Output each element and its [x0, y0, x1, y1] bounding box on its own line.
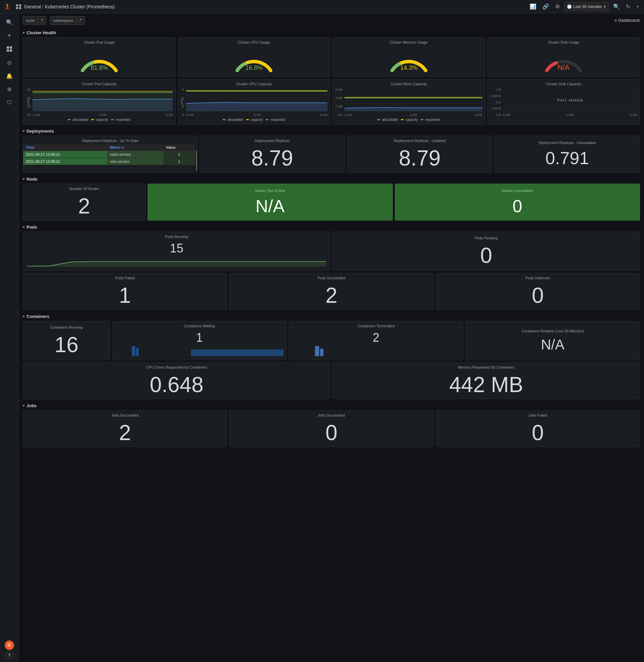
- filter-node[interactable]: node | .*: [23, 16, 46, 25]
- sidebar-item-alerts[interactable]: 🔔: [3, 70, 16, 82]
- deployment-replicas-unavailable-value: 0.791: [545, 146, 589, 170]
- app-logo[interactable]: [3, 2, 12, 12]
- panel-nodes-out-of-disk: Nodes Out of Disk N/A: [147, 184, 393, 221]
- deployment-table-title: Deployment Replicas - Up To Date: [23, 136, 197, 144]
- table-row: 2021-08-27 12:08:21 visits-service 1: [23, 151, 195, 158]
- filter-namespace-label: namespace: [53, 19, 73, 22]
- search-icon-btn[interactable]: 🔍: [611, 2, 622, 12]
- nodes-out-of-disk-value: N/A: [256, 194, 285, 218]
- refresh-chevron-btn[interactable]: ▼: [634, 2, 641, 12]
- jobs-succeeded-2-title: Jobs Succeeded: [315, 411, 347, 419]
- breadcrumb-home[interactable]: General: [24, 4, 41, 9]
- panel-cluster-disk-usage-title: Cluster Disk Usage: [488, 38, 640, 46]
- panel-pods-succeeded: Pods Succeeded 2: [229, 273, 433, 310]
- menu-icon: ≡: [615, 18, 617, 23]
- panel-pods-pending: Pods Pending 0: [332, 231, 640, 271]
- section-jobs-title: Jobs: [26, 403, 37, 408]
- containers-restarts-value: N/A: [541, 334, 565, 355]
- svg-text:No data: No data: [557, 98, 583, 103]
- chevron-down-icon: ▼: [603, 5, 606, 8]
- panel-memory-requested: Memory Requested By Containers 442 MB: [332, 362, 640, 399]
- section-jobs[interactable]: ▾ Jobs: [23, 401, 640, 410]
- node-panels: Number Of Nodes 2 Nodes Out of Disk N/A …: [23, 184, 640, 221]
- chart-pod-capacity: Cluster Pod Capacity 25201510 pods: [23, 79, 176, 125]
- section-deployments[interactable]: ▾ Deployments: [23, 127, 640, 136]
- svg-rect-36: [320, 349, 323, 356]
- containers-top-row: Containers Running 16 Containers Waiting…: [23, 321, 640, 360]
- svg-rect-1: [7, 46, 9, 49]
- memory-requested-title: Memory Requested By Containers: [455, 362, 517, 371]
- svg-text:14.3%: 14.3%: [400, 64, 417, 71]
- cell-val-2: 1: [163, 158, 195, 165]
- dashboards-btn[interactable]: ≡ Dashboards: [615, 18, 640, 23]
- clock-icon: 🕐: [567, 4, 572, 9]
- section-deployments-title: Deployments: [26, 129, 54, 134]
- panel-cluster-pod-usage-title: Cluster Pod Usage: [23, 38, 176, 46]
- jobs-failed-title: Jobs Failed: [526, 411, 550, 419]
- cell-time-1: 2021-08-27 12:08:21: [23, 151, 107, 158]
- svg-text:16.8%: 16.8%: [246, 64, 262, 71]
- jobs-failed-value: 0: [532, 419, 544, 447]
- filter-namespace[interactable]: namespace | .*: [50, 16, 85, 25]
- sidebar-item-add[interactable]: +: [3, 29, 16, 42]
- sidebar-item-settings[interactable]: ⚙: [3, 83, 16, 95]
- table-scrollbar[interactable]: [196, 151, 197, 171]
- number-of-nodes-title: Number Of Nodes: [66, 184, 101, 192]
- panel-cluster-cpu-usage: Cluster CPU Usage 16.8%: [178, 37, 331, 77]
- sidebar-item-explore[interactable]: ◎: [3, 57, 16, 68]
- deployment-replicas-updated-value: 8.79: [399, 144, 441, 172]
- containers-restarts-title: Containers Restarts (Last 30 Minutes): [519, 326, 586, 334]
- panel-containers-restarts: Containers Restarts (Last 30 Minutes) N/…: [465, 321, 640, 360]
- chart-icon-btn[interactable]: 📊: [528, 2, 538, 12]
- col-metric: Metric ▾: [107, 144, 163, 151]
- filter-namespace-value: .*: [79, 18, 82, 23]
- sidebar-item-shield[interactable]: 🛡: [3, 97, 16, 109]
- time-range-btn[interactable]: 🕐 Last 30 minutes ▼: [564, 2, 609, 12]
- section-pods[interactable]: ▾ Pods: [23, 223, 640, 231]
- time-range-label: Last 30 minutes: [573, 4, 602, 9]
- deployment-replicas-value: 8.79: [251, 144, 293, 172]
- memory-requested-value: 442 MB: [449, 371, 523, 399]
- topnav-right: 📊 🔗 ⚙ 🕐 Last 30 minutes ▼ 🔍 ↻ ▼: [528, 2, 641, 12]
- panel-containers-terminated: Containers Terminated 2: [289, 321, 463, 360]
- gauge-pod-usage: 81.8%: [23, 46, 176, 76]
- panel-cluster-disk-usage: Cluster Disk Usage N/A: [487, 37, 640, 77]
- cell-val-1: 1: [163, 151, 195, 158]
- settings-icon-btn[interactable]: ⚙: [553, 2, 562, 12]
- sidebar-item-dashboards[interactable]: [3, 43, 16, 55]
- pods-succeeded-title: Pods Succeeded: [315, 273, 348, 281]
- nav-grid-icon[interactable]: [16, 4, 21, 9]
- section-cluster-health[interactable]: ▾ Cluster Health: [23, 28, 640, 37]
- breadcrumb-sep: /: [42, 4, 44, 9]
- jobs-succeeded-2-value: 0: [325, 419, 338, 447]
- svg-marker-24: [344, 108, 482, 111]
- gauge-memory-usage: 14.3%: [333, 46, 485, 76]
- chart-disk-capacity: Cluster Disk Capacity 1 B0.500 B0 B-0.50…: [487, 79, 640, 125]
- panel-deployment-replicas: Deployment Replicas 8.79: [200, 136, 345, 173]
- table-row: 2021-08-27 12:08:21 vets-service 1: [23, 158, 195, 165]
- svg-text:81.8%: 81.8%: [91, 64, 108, 71]
- containers-running-title: Containers Running: [48, 323, 86, 331]
- jobs-succeeded-1-title: Jobs Succeeded: [109, 411, 141, 419]
- pods-failed-title: Pods Failed: [113, 273, 138, 281]
- panel-deployment-replicas-unavailable: Deployment Replicas - Unavailable 0.791: [495, 136, 640, 173]
- number-of-nodes-value: 2: [78, 192, 90, 220]
- breadcrumb: General / Kubernetes Cluster (Prometheus…: [24, 4, 115, 9]
- deployment-replicas-unavailable-title: Deployment Replicas - Unavailable: [536, 138, 598, 146]
- panel-cpu-cores-requested: CPU Cores Requested by Containers 0.648: [23, 362, 330, 399]
- top-nav: General / Kubernetes Cluster (Prometheus…: [0, 0, 644, 14]
- col-value: Value: [163, 144, 195, 151]
- panel-number-of-nodes: Number Of Nodes 2: [23, 184, 145, 221]
- pods-running-title: Pods Running: [23, 232, 330, 240]
- section-containers[interactable]: ▾ Containers: [23, 312, 640, 321]
- chart-pod-capacity-title: Cluster Pod Capacity: [26, 82, 173, 86]
- filter-node-label: node: [26, 19, 34, 22]
- share-icon-btn[interactable]: 🔗: [540, 2, 551, 12]
- section-node[interactable]: ▾ Node: [23, 175, 640, 184]
- svg-rect-3: [7, 49, 9, 52]
- sidebar-item-search[interactable]: 🔍: [3, 16, 16, 28]
- panel-pods-unknown: Pods Unknown 0: [436, 273, 640, 310]
- cell-service-2: vets-service: [107, 158, 163, 165]
- refresh-icon-btn[interactable]: ↻: [624, 2, 632, 12]
- cpu-cores-requested-title: CPU Cores Requested by Containers: [143, 362, 210, 371]
